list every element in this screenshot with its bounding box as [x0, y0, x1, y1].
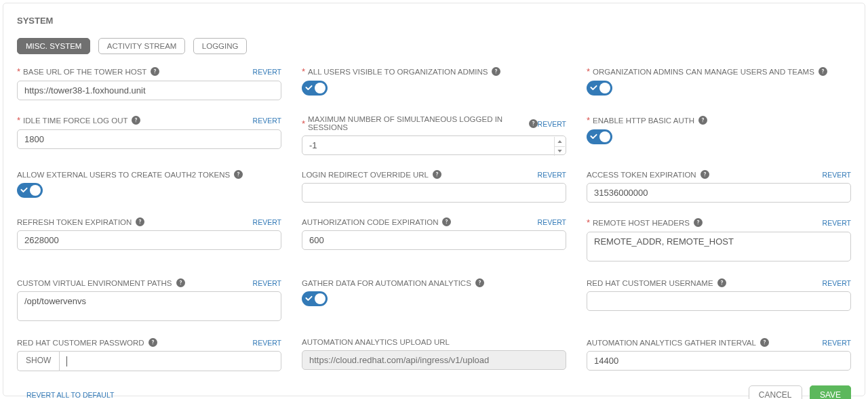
help-icon[interactable]	[698, 116, 707, 125]
help-icon[interactable]	[136, 217, 144, 226]
field-basic-auth: *ENABLE HTTP BASIC AUTH	[587, 115, 851, 155]
tabs: MISC. SYSTEM ACTIVITY STREAM LOGGING	[17, 38, 851, 54]
analytics-upload-url-input	[302, 350, 566, 370]
refresh-token-exp-input[interactable]	[17, 230, 281, 250]
check-icon	[590, 133, 597, 141]
revert-link[interactable]: REVERT	[823, 279, 851, 287]
idle-time-input[interactable]	[17, 129, 281, 149]
help-icon[interactable]	[492, 67, 500, 76]
revert-link[interactable]: REVERT	[253, 68, 281, 76]
field-remote-host-headers: *REMOTE HOST HEADERS REVERT REMOTE_ADDR,…	[587, 217, 851, 264]
login-redirect-input[interactable]	[302, 183, 566, 203]
revert-link[interactable]: REVERT	[253, 279, 281, 287]
custom-venv-input[interactable]: /opt/towervenvs	[17, 291, 281, 321]
revert-all-link[interactable]: REVERT ALL TO DEFAULT	[26, 391, 114, 399]
help-icon[interactable]	[176, 278, 185, 287]
all-users-visible-toggle[interactable]	[302, 81, 328, 96]
field-auth-code-exp: AUTHORIZATION CODE EXPIRATION REVERT	[302, 217, 566, 264]
field-all-users-visible: *ALL USERS VISIBLE TO ORGANIZATION ADMIN…	[302, 66, 566, 100]
revert-link[interactable]: REVERT	[823, 171, 851, 179]
help-icon[interactable]	[132, 116, 140, 125]
analytics-gather-interval-input[interactable]	[587, 351, 851, 371]
help-icon[interactable]	[234, 170, 243, 179]
revert-link[interactable]: REVERT	[253, 117, 281, 125]
max-sessions-input[interactable]	[302, 135, 566, 155]
field-rh-password: RED HAT CUSTOMER PASSWORD REVERT SHOW	[17, 338, 281, 371]
tab-activity-stream[interactable]: ACTIVITY STREAM	[98, 38, 186, 54]
spinner-control	[554, 137, 565, 156]
revert-link[interactable]: REVERT	[538, 171, 566, 179]
field-refresh-token-exp: REFRESH TOKEN EXPIRATION REVERT	[17, 217, 281, 264]
check-icon	[590, 85, 597, 92]
check-icon	[305, 85, 313, 92]
help-icon[interactable]	[701, 170, 709, 179]
field-gather-analytics: GATHER DATA FOR AUTOMATION ANALYTICS	[302, 278, 566, 323]
field-idle-time: *IDLE TIME FORCE LOG OUT REVERT	[17, 115, 281, 155]
help-icon[interactable]	[818, 67, 827, 76]
help-icon[interactable]	[442, 217, 451, 226]
revert-link[interactable]: REVERT	[538, 218, 566, 226]
field-rh-username: RED HAT CUSTOMER USERNAME REVERT	[587, 278, 851, 323]
field-org-admins-manage: *ORGANIZATION ADMINS CAN MANAGE USERS AN…	[587, 66, 851, 100]
save-button[interactable]: SAVE	[810, 385, 851, 399]
tab-logging[interactable]: LOGGING	[193, 38, 248, 54]
cancel-button[interactable]: CANCEL	[749, 385, 802, 399]
rh-password-input[interactable]	[59, 351, 281, 371]
help-icon[interactable]	[475, 278, 484, 287]
revert-link[interactable]: REVERT	[253, 339, 281, 347]
panel-title: SYSTEM	[17, 16, 851, 26]
field-analytics-gather-interval: AUTOMATION ANALYTICS GATHER INTERVAL REV…	[587, 338, 851, 371]
field-custom-venv: CUSTOM VIRTUAL ENVIRONMENT PATHS REVERT …	[17, 278, 281, 323]
footer: REVERT ALL TO DEFAULT CANCEL SAVE	[17, 390, 851, 399]
revert-link[interactable]: REVERT	[253, 218, 281, 226]
field-base-url: *BASE URL OF THE TOWER HOST REVERT	[17, 66, 281, 100]
spinner-down[interactable]	[555, 147, 565, 156]
field-analytics-upload-url: AUTOMATION ANALYTICS UPLOAD URL	[302, 338, 566, 371]
auth-code-exp-input[interactable]	[302, 230, 566, 250]
org-admins-manage-toggle[interactable]	[587, 81, 612, 96]
check-icon	[20, 187, 28, 194]
field-login-redirect: LOGIN REDIRECT OVERRIDE URL REVERT	[302, 170, 566, 203]
allow-external-oauth-toggle[interactable]	[17, 183, 43, 198]
rh-username-input[interactable]	[587, 291, 851, 311]
help-icon[interactable]	[529, 119, 538, 128]
spinner-up[interactable]	[555, 137, 565, 147]
help-icon[interactable]	[760, 338, 769, 347]
tab-misc-system[interactable]: MISC. SYSTEM	[17, 38, 90, 54]
field-access-token-exp: ACCESS TOKEN EXPIRATION REVERT	[587, 170, 851, 203]
help-icon[interactable]	[694, 218, 703, 227]
gather-analytics-toggle[interactable]	[302, 291, 328, 306]
field-max-sessions: *MAXIMUM NUMBER OF SIMULTANEOUS LOGGED I…	[302, 115, 566, 155]
help-icon[interactable]	[433, 170, 441, 179]
check-icon	[305, 295, 313, 303]
help-icon[interactable]	[717, 278, 726, 287]
remote-host-headers-input[interactable]: REMOTE_ADDR, REMOTE_HOST	[587, 232, 851, 261]
basic-auth-toggle[interactable]	[587, 129, 612, 144]
show-password-button[interactable]: SHOW	[17, 351, 59, 371]
revert-link[interactable]: REVERT	[823, 219, 851, 227]
access-token-exp-input[interactable]	[587, 183, 851, 203]
revert-link[interactable]: REVERT	[538, 120, 566, 128]
revert-link[interactable]: REVERT	[823, 339, 851, 347]
help-icon[interactable]	[149, 338, 157, 347]
base-url-input[interactable]	[17, 81, 281, 100]
system-settings-panel: SYSTEM MISC. SYSTEM ACTIVITY STREAM LOGG…	[3, 3, 865, 396]
help-icon[interactable]	[151, 67, 159, 76]
field-allow-external-oauth: ALLOW EXTERNAL USERS TO CREATE OAUTH2 TO…	[17, 170, 281, 203]
